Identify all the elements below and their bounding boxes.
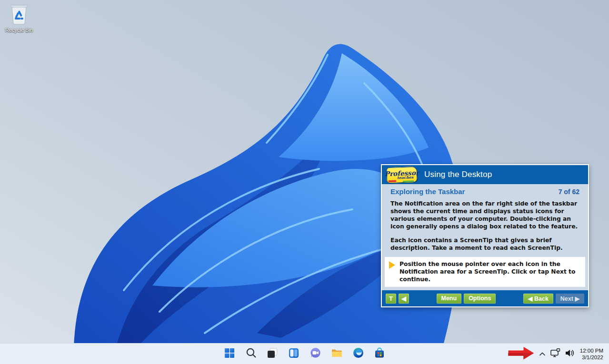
task-view-button[interactable] <box>264 345 281 363</box>
start-button[interactable] <box>221 345 239 363</box>
taskbar: 12:00 PM 3/1/2022 <box>0 343 609 364</box>
search-button[interactable] <box>242 345 260 363</box>
audio-replay-button[interactable]: ◀ <box>399 294 409 304</box>
taskbar-notification-area: 12:00 PM 3/1/2022 <box>508 344 608 364</box>
lesson-title: Exploring the Taskbar <box>390 187 465 196</box>
search-icon <box>246 347 257 360</box>
recycle-bin[interactable]: Recycle Bin <box>2 3 36 33</box>
dialog-body: Exploring the Taskbar 7 of 62 The Notifi… <box>382 184 588 290</box>
dialog-title: Using the Desktop <box>424 170 492 179</box>
store-button[interactable] <box>371 345 389 363</box>
instruction-callout: Position the mouse pointer over each ico… <box>385 257 585 287</box>
speaker-icon <box>565 349 575 359</box>
instruction-text: Position the mouse pointer over each ico… <box>399 260 579 283</box>
chat-button[interactable] <box>307 345 324 363</box>
edge-browser-icon <box>352 347 364 361</box>
recycle-bin-label: Recycle Bin <box>5 27 33 33</box>
task-view-icon <box>267 347 278 361</box>
professor-teaches-logo: Professor teaches <box>386 166 417 183</box>
network-tray-button[interactable] <box>548 344 563 364</box>
teams-chat-icon <box>309 347 321 361</box>
file-explorer-button[interactable] <box>328 345 346 363</box>
taskbar-center-icons <box>221 344 389 364</box>
instruction-arrow-icon <box>389 261 395 269</box>
chevron-up-icon <box>539 350 546 358</box>
microsoft-store-icon <box>374 347 385 361</box>
show-hidden-icons-button[interactable] <box>537 344 548 364</box>
widgets-button[interactable] <box>285 345 303 363</box>
logo-green-stripe <box>402 180 414 182</box>
lesson-paragraph-1: The Notification area on the far right s… <box>385 200 585 230</box>
logo-text-teaches: teaches <box>397 175 413 179</box>
next-button[interactable]: Next ▶ <box>556 294 584 304</box>
logo-red-stripe <box>388 180 396 182</box>
dialog-footer: T ◀ Menu Options ◀ Back Next ▶ <box>382 290 588 306</box>
edge-button[interactable] <box>349 345 367 363</box>
options-button[interactable]: Options <box>464 294 496 304</box>
tutorial-dialog: Professor teaches Using the Desktop Expl… <box>381 164 589 307</box>
menu-button[interactable]: Menu <box>437 294 462 304</box>
taskbar-clock[interactable]: 12:00 PM 3/1/2022 <box>577 347 608 361</box>
back-button[interactable]: ◀ Back <box>523 294 553 304</box>
widgets-icon <box>288 347 300 361</box>
file-explorer-icon <box>331 347 343 361</box>
clock-time: 12:00 PM <box>580 347 603 354</box>
lesson-progress: 7 of 62 <box>559 188 579 196</box>
clock-date: 3/1/2022 <box>580 354 603 361</box>
recycle-bin-icon <box>9 3 29 27</box>
windows-start-icon <box>224 347 235 361</box>
red-annotation-arrow <box>508 345 535 363</box>
network-icon <box>550 348 560 359</box>
lesson-paragraph-2: Each icon contains a ScreenTip that give… <box>385 236 585 252</box>
text-mode-button[interactable]: T <box>386 294 396 304</box>
volume-tray-button[interactable] <box>563 344 577 364</box>
dialog-header: Professor teaches Using the Desktop <box>382 165 588 184</box>
